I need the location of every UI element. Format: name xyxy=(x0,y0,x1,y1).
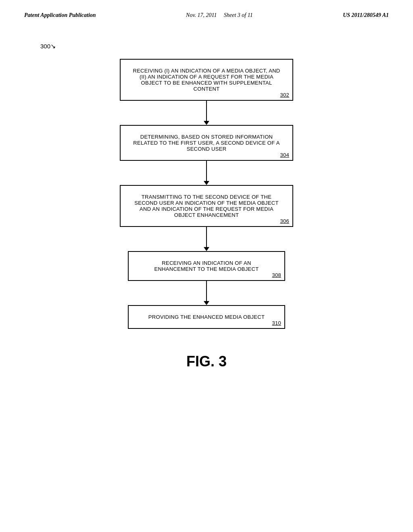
step-310-text: PROVIDING THE ENHANCED MEDIA OBJECT xyxy=(148,314,265,320)
header-date-sheet: Nov. 17, 2011 Sheet 3 of 11 xyxy=(186,12,253,19)
connector-3 xyxy=(204,227,209,251)
step-306-text: TRANSMITTING TO THE SECOND DEVICE OF THE… xyxy=(134,194,279,218)
connector-2-arrow xyxy=(204,181,209,185)
connector-3-arrow xyxy=(204,247,209,251)
step-310-wrapper: PROVIDING THE ENHANCED MEDIA OBJECT 310 xyxy=(24,305,389,329)
connector-1-arrow xyxy=(204,121,209,125)
header-patent-number: US 2011/280549 A1 xyxy=(343,12,389,19)
figure-label: FIG. 3 xyxy=(24,353,389,370)
step-308-text: RECEIVING AN INDICATION OF AN ENHANCEMEN… xyxy=(154,260,259,272)
connector-2-line xyxy=(206,161,207,181)
step-306-wrapper: TRANSMITTING TO THE SECOND DEVICE OF THE… xyxy=(24,185,389,227)
step-304-text: DETERMINING, BASED ON STORED INFORMATION… xyxy=(133,134,280,152)
connector-1 xyxy=(204,101,209,125)
page-header: Patent Application Publication Nov. 17, … xyxy=(24,12,389,19)
step-306-number: 306 xyxy=(280,218,289,224)
step-308-box: RECEIVING AN INDICATION OF AN ENHANCEMEN… xyxy=(128,251,285,281)
connector-3-line xyxy=(206,227,207,247)
step-308-number: 308 xyxy=(272,272,281,278)
step-304-box: DETERMINING, BASED ON STORED INFORMATION… xyxy=(120,125,293,161)
flow-diagram: RECEIVING (I) AN INDICATION OF A MEDIA O… xyxy=(24,59,389,329)
step-302-number: 302 xyxy=(280,92,289,98)
step-308-wrapper: RECEIVING AN INDICATION OF AN ENHANCEMEN… xyxy=(24,251,389,281)
diagram-label: 300↘ xyxy=(40,42,56,50)
connector-4-line xyxy=(206,281,207,301)
step-302-box: RECEIVING (I) AN INDICATION OF A MEDIA O… xyxy=(120,59,293,101)
step-306-box: TRANSMITTING TO THE SECOND DEVICE OF THE… xyxy=(120,185,293,227)
step-302-text: RECEIVING (I) AN INDICATION OF A MEDIA O… xyxy=(133,68,280,92)
connector-2 xyxy=(204,161,209,185)
connector-1-line xyxy=(206,101,207,121)
step-304-number: 304 xyxy=(280,152,289,158)
arrow-icon: ↘ xyxy=(50,43,56,50)
header-date: Nov. 17, 2011 xyxy=(186,12,217,18)
connector-4-arrow xyxy=(204,301,209,305)
connector-4 xyxy=(204,281,209,305)
step-304-wrapper: DETERMINING, BASED ON STORED INFORMATION… xyxy=(24,125,389,161)
step-310-number: 310 xyxy=(272,320,281,326)
page: Patent Application Publication Nov. 17, … xyxy=(0,0,413,532)
step-302-wrapper: RECEIVING (I) AN INDICATION OF A MEDIA O… xyxy=(24,59,389,101)
diagram-number: 300 xyxy=(40,43,50,50)
header-sheet: Sheet 3 of 11 xyxy=(224,12,253,18)
step-310-box: PROVIDING THE ENHANCED MEDIA OBJECT 310 xyxy=(128,305,285,329)
header-publication-label: Patent Application Publication xyxy=(24,12,96,19)
